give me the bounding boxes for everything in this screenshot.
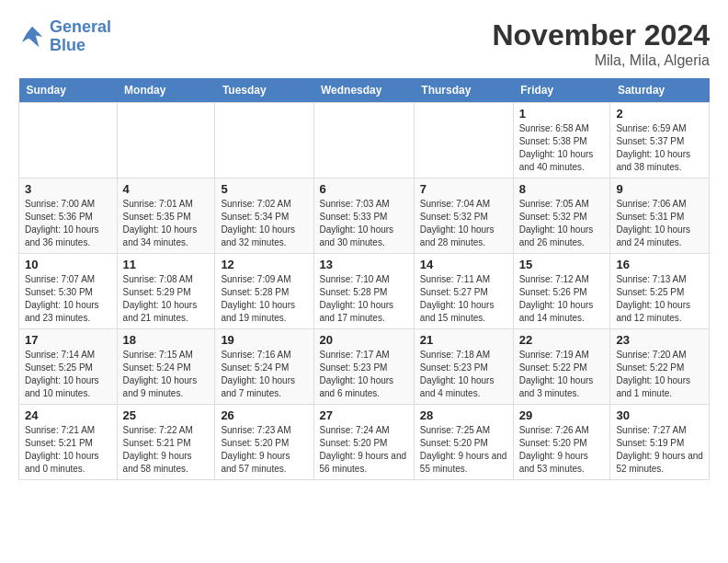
day-number: 21 <box>420 333 507 347</box>
day-info: Sunrise: 7:08 AM Sunset: 5:29 PM Dayligh… <box>123 273 210 325</box>
calendar-day-cell: 30Sunrise: 7:27 AM Sunset: 5:19 PM Dayli… <box>610 405 710 480</box>
calendar-day-header: Wednesday <box>313 78 414 103</box>
calendar-day-cell: 16Sunrise: 7:13 AM Sunset: 5:25 PM Dayli… <box>610 254 710 329</box>
calendar-day-cell: 17Sunrise: 7:14 AM Sunset: 5:25 PM Dayli… <box>19 329 118 405</box>
calendar-day-cell: 10Sunrise: 7:07 AM Sunset: 5:30 PM Dayli… <box>19 254 118 329</box>
day-number: 14 <box>420 258 507 271</box>
day-info: Sunrise: 7:26 AM Sunset: 5:20 PM Dayligh… <box>519 424 605 476</box>
day-number: 29 <box>519 408 605 422</box>
day-number: 9 <box>616 182 703 196</box>
calendar-day-cell <box>414 103 513 178</box>
calendar-day-cell: 13Sunrise: 7:10 AM Sunset: 5:28 PM Dayli… <box>313 254 414 329</box>
day-number: 18 <box>123 333 210 347</box>
calendar-day-cell: 18Sunrise: 7:15 AM Sunset: 5:24 PM Dayli… <box>117 329 215 405</box>
calendar-day-cell: 28Sunrise: 7:25 AM Sunset: 5:20 PM Dayli… <box>414 405 513 480</box>
calendar-day-cell: 25Sunrise: 7:22 AM Sunset: 5:21 PM Dayli… <box>117 405 215 480</box>
day-number: 25 <box>123 408 210 422</box>
day-info: Sunrise: 7:15 AM Sunset: 5:24 PM Dayligh… <box>123 349 210 400</box>
calendar-week-row: 10Sunrise: 7:07 AM Sunset: 5:30 PM Dayli… <box>19 254 710 329</box>
calendar-day-cell: 7Sunrise: 7:04 AM Sunset: 5:32 PM Daylig… <box>414 178 513 254</box>
day-info: Sunrise: 7:06 AM Sunset: 5:31 PM Dayligh… <box>616 198 703 249</box>
day-info: Sunrise: 7:25 AM Sunset: 5:20 PM Dayligh… <box>420 424 507 476</box>
calendar-day-cell: 21Sunrise: 7:18 AM Sunset: 5:23 PM Dayli… <box>414 329 513 405</box>
day-number: 27 <box>320 408 408 422</box>
title-block: November 2024 Mila, Mila, Algeria <box>492 18 710 69</box>
calendar-table: SundayMondayTuesdayWednesdayThursdayFrid… <box>18 78 710 480</box>
day-info: Sunrise: 7:18 AM Sunset: 5:23 PM Dayligh… <box>420 349 507 400</box>
day-info: Sunrise: 7:27 AM Sunset: 5:19 PM Dayligh… <box>616 424 703 476</box>
calendar-week-row: 24Sunrise: 7:21 AM Sunset: 5:21 PM Dayli… <box>19 405 710 480</box>
calendar-day-cell: 6Sunrise: 7:03 AM Sunset: 5:33 PM Daylig… <box>313 178 414 254</box>
day-number: 1 <box>519 107 605 121</box>
calendar-day-cell: 24Sunrise: 7:21 AM Sunset: 5:21 PM Dayli… <box>19 405 118 480</box>
day-number: 17 <box>25 333 111 347</box>
day-number: 24 <box>25 408 111 422</box>
svg-marker-0 <box>22 27 43 48</box>
day-info: Sunrise: 7:20 AM Sunset: 5:22 PM Dayligh… <box>616 349 703 400</box>
calendar-day-cell: 26Sunrise: 7:23 AM Sunset: 5:20 PM Dayli… <box>215 405 313 480</box>
calendar-day-cell <box>313 103 414 178</box>
calendar-day-cell: 11Sunrise: 7:08 AM Sunset: 5:29 PM Dayli… <box>117 254 215 329</box>
day-number: 23 <box>616 333 703 347</box>
calendar-day-cell: 9Sunrise: 7:06 AM Sunset: 5:31 PM Daylig… <box>610 178 710 254</box>
day-number: 4 <box>123 182 210 196</box>
day-info: Sunrise: 7:10 AM Sunset: 5:28 PM Dayligh… <box>320 273 408 325</box>
day-info: Sunrise: 7:01 AM Sunset: 5:35 PM Dayligh… <box>123 198 210 249</box>
day-number: 2 <box>616 107 703 121</box>
calendar-day-cell: 1Sunrise: 6:58 AM Sunset: 5:38 PM Daylig… <box>513 103 610 178</box>
day-number: 16 <box>616 258 703 271</box>
day-info: Sunrise: 7:04 AM Sunset: 5:32 PM Dayligh… <box>420 198 507 249</box>
day-info: Sunrise: 7:11 AM Sunset: 5:27 PM Dayligh… <box>420 273 507 325</box>
day-info: Sunrise: 7:09 AM Sunset: 5:28 PM Dayligh… <box>221 273 307 325</box>
calendar-day-cell: 29Sunrise: 7:26 AM Sunset: 5:20 PM Dayli… <box>513 405 610 480</box>
calendar-day-cell: 14Sunrise: 7:11 AM Sunset: 5:27 PM Dayli… <box>414 254 513 329</box>
day-number: 3 <box>25 182 111 196</box>
calendar-day-cell: 3Sunrise: 7:00 AM Sunset: 5:36 PM Daylig… <box>19 178 118 254</box>
day-info: Sunrise: 7:12 AM Sunset: 5:26 PM Dayligh… <box>519 273 605 325</box>
day-info: Sunrise: 7:16 AM Sunset: 5:24 PM Dayligh… <box>221 349 307 400</box>
calendar-day-cell <box>215 103 313 178</box>
day-number: 20 <box>320 333 408 347</box>
calendar-day-cell: 8Sunrise: 7:05 AM Sunset: 5:32 PM Daylig… <box>513 178 610 254</box>
calendar-week-row: 3Sunrise: 7:00 AM Sunset: 5:36 PM Daylig… <box>19 178 710 254</box>
day-number: 19 <box>221 333 307 347</box>
calendar-day-header: Sunday <box>19 78 118 103</box>
calendar-day-cell: 23Sunrise: 7:20 AM Sunset: 5:22 PM Dayli… <box>610 329 710 405</box>
day-number: 13 <box>320 258 408 271</box>
calendar-day-cell: 15Sunrise: 7:12 AM Sunset: 5:26 PM Dayli… <box>513 254 610 329</box>
day-number: 5 <box>221 182 307 196</box>
day-info: Sunrise: 7:05 AM Sunset: 5:32 PM Dayligh… <box>519 198 605 249</box>
day-number: 12 <box>221 258 307 271</box>
month-title: November 2024 <box>492 18 710 52</box>
logo-icon <box>18 23 46 51</box>
day-info: Sunrise: 7:00 AM Sunset: 5:36 PM Dayligh… <box>25 198 111 249</box>
calendar-header-row: SundayMondayTuesdayWednesdayThursdayFrid… <box>19 78 710 103</box>
day-info: Sunrise: 6:59 AM Sunset: 5:37 PM Dayligh… <box>616 122 703 174</box>
day-info: Sunrise: 6:58 AM Sunset: 5:38 PM Dayligh… <box>519 122 605 174</box>
location-label: Mila, Mila, Algeria <box>492 52 710 69</box>
calendar-day-cell: 19Sunrise: 7:16 AM Sunset: 5:24 PM Dayli… <box>215 329 313 405</box>
calendar-day-header: Thursday <box>414 78 513 103</box>
calendar-day-cell: 20Sunrise: 7:17 AM Sunset: 5:23 PM Dayli… <box>313 329 414 405</box>
day-number: 26 <box>221 408 307 422</box>
calendar-day-cell <box>117 103 215 178</box>
day-number: 11 <box>123 258 210 271</box>
logo: General Blue <box>18 18 111 55</box>
calendar-day-cell: 27Sunrise: 7:24 AM Sunset: 5:20 PM Dayli… <box>313 405 414 480</box>
calendar-day-cell: 2Sunrise: 6:59 AM Sunset: 5:37 PM Daylig… <box>610 103 710 178</box>
day-info: Sunrise: 7:21 AM Sunset: 5:21 PM Dayligh… <box>25 424 111 476</box>
day-info: Sunrise: 7:13 AM Sunset: 5:25 PM Dayligh… <box>616 273 703 325</box>
day-info: Sunrise: 7:19 AM Sunset: 5:22 PM Dayligh… <box>519 349 605 400</box>
calendar-day-cell: 12Sunrise: 7:09 AM Sunset: 5:28 PM Dayli… <box>215 254 313 329</box>
calendar-day-header: Monday <box>117 78 215 103</box>
logo-text: General Blue <box>50 18 111 55</box>
day-number: 28 <box>420 408 507 422</box>
day-info: Sunrise: 7:03 AM Sunset: 5:33 PM Dayligh… <box>320 198 408 249</box>
calendar-day-cell <box>19 103 118 178</box>
day-number: 22 <box>519 333 605 347</box>
calendar-day-cell: 4Sunrise: 7:01 AM Sunset: 5:35 PM Daylig… <box>117 178 215 254</box>
day-number: 7 <box>420 182 507 196</box>
day-number: 8 <box>519 182 605 196</box>
calendar-week-row: 17Sunrise: 7:14 AM Sunset: 5:25 PM Dayli… <box>19 329 710 405</box>
day-number: 30 <box>616 408 703 422</box>
